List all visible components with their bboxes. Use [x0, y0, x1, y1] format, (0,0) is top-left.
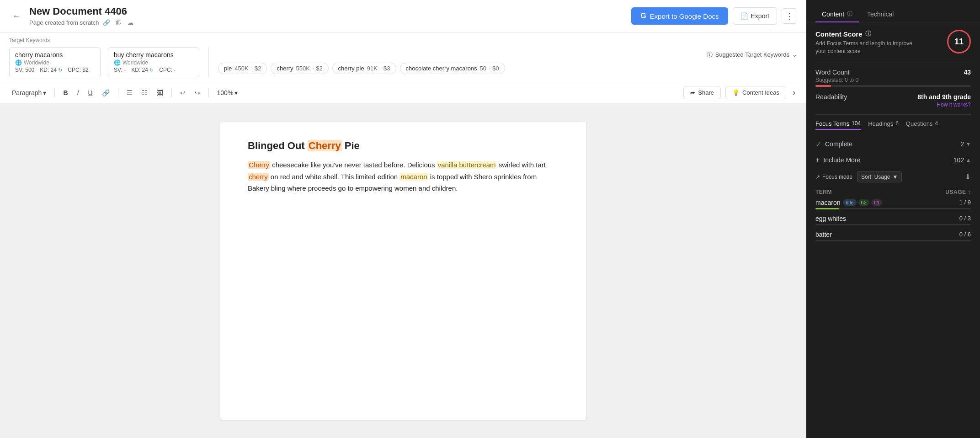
- term-item-macaron: macaron title h2 h1 1 / 9: [815, 199, 971, 209]
- tag-name-0: pie: [224, 65, 232, 72]
- keywords-label: Target Keywords: [9, 37, 797, 43]
- suggested-tag-1[interactable]: cherry 550K · $2: [271, 63, 328, 74]
- focus-tab-headings-label: Headings: [868, 120, 893, 127]
- editor-content[interactable]: Blinged Out Cherry Pie Cherry cheesecake…: [220, 122, 586, 420]
- external-link-icon[interactable]: 🔗: [102, 18, 111, 27]
- globe-icon-0: 🌐: [15, 59, 22, 66]
- export-file-icon: 📄: [740, 12, 748, 20]
- badge-title-macaron: title: [843, 199, 856, 206]
- suggested-tag-2[interactable]: cherry pie 91K · $3: [332, 63, 396, 74]
- complete-section-row[interactable]: ✓ Complete 2 ▼: [815, 136, 971, 152]
- tag-price-2: · $3: [380, 65, 390, 72]
- term-bar-egg-whites: [815, 224, 971, 225]
- undo-button[interactable]: ↩: [177, 87, 188, 98]
- suggested-tag-3[interactable]: chocolate cherry macarons 50 · $0: [400, 63, 505, 74]
- term-row-macaron: macaron title h2 h1 1 / 9: [815, 199, 971, 206]
- keywords-divider: [208, 47, 209, 77]
- tab-technical[interactable]: Technical: [861, 7, 900, 22]
- term-usage-batter: 0 / 6: [959, 231, 971, 238]
- zoom-label: 100%: [217, 89, 234, 96]
- suggested-header[interactable]: ⓘ Suggested Target Keywords ⌄: [218, 51, 797, 59]
- export-button[interactable]: 📄 Export: [733, 7, 777, 25]
- image-button[interactable]: 🖼: [154, 87, 166, 98]
- focus-tab-questions[interactable]: Questions 4: [906, 120, 938, 130]
- link-button[interactable]: 🔗: [99, 87, 112, 98]
- term-bar-macaron: [815, 208, 971, 209]
- include-more-count: 102 ▲: [953, 156, 971, 164]
- paragraph-label: Paragraph: [12, 89, 42, 96]
- focus-tab-terms[interactable]: Focus Terms 104: [815, 120, 861, 130]
- tag-price-3: · $0: [489, 65, 499, 72]
- suggested-tag-0[interactable]: pie 450K · $2: [218, 63, 267, 74]
- toolbar-right: ➦ Share 💡 Content Ideas ›: [683, 86, 797, 99]
- export-label: Export: [751, 12, 769, 20]
- bold-button[interactable]: B: [60, 87, 70, 98]
- underline-button[interactable]: U: [85, 87, 95, 98]
- keyword-sv-1: SV: -: [114, 67, 126, 73]
- google-icon: G: [640, 12, 646, 20]
- panel-tabs: Content ⓘ Technical: [806, 0, 980, 22]
- term-name-egg-whites: egg whites: [815, 215, 846, 222]
- score-left: Content Score ⓘ Add Focus Terms and leng…: [815, 30, 916, 55]
- content-ideas-button[interactable]: 💡 Content Ideas: [725, 86, 786, 99]
- sort-select[interactable]: Sort: Usage ▼: [857, 171, 902, 182]
- cherry-highlight-2: cherry: [248, 173, 269, 181]
- toolbar-separator-1: [54, 88, 55, 97]
- term-name-badges-macaron: macaron title h2 h1: [815, 199, 882, 206]
- toolbar-separator-2: [118, 88, 118, 97]
- word-count-progress: [815, 85, 971, 87]
- toolbar-separator-4: [208, 88, 209, 97]
- chevron-right-button[interactable]: ›: [791, 86, 797, 99]
- include-more-chevron-icon: ▲: [966, 157, 971, 163]
- focus-tab-terms-label: Focus Terms: [815, 120, 849, 127]
- score-info-icon: ⓘ: [865, 30, 871, 38]
- unordered-list-button[interactable]: ☷: [139, 87, 150, 98]
- paragraph-selector[interactable]: Paragraph ▾: [9, 87, 49, 98]
- include-more-section-row[interactable]: + Include More 102 ▲: [815, 152, 971, 168]
- complete-section-label: ✓ Complete: [815, 140, 852, 149]
- header-left: ← New Document 4406 Page created from sc…: [9, 5, 134, 27]
- more-options-button[interactable]: ⋮: [782, 8, 797, 24]
- redo-button[interactable]: ↪: [192, 87, 203, 98]
- divider-2: [815, 114, 971, 115]
- check-icon: ✓: [815, 140, 821, 149]
- readability-value: 8th and 9th grade: [917, 93, 971, 101]
- keyword-name-0: cherry macarons: [15, 51, 95, 59]
- globe-icon-1: 🌐: [114, 59, 121, 66]
- zoom-selector[interactable]: 100% ▾: [214, 87, 241, 98]
- keyword-card-0: cherry macarons 🌐 Worldwide SV: 500 KD: …: [9, 47, 101, 77]
- suggested-tags: pie 450K · $2 cherry 550K · $2 cherry pi…: [218, 63, 797, 74]
- editor-area: Blinged Out Cherry Pie Cherry cheesecake…: [0, 103, 806, 438]
- suggested-label: Suggested Target Keywords: [715, 51, 789, 58]
- focus-tab-headings[interactable]: Headings 6: [868, 120, 899, 130]
- doc-subtitle-icons: 🔗 🗐 ☁: [102, 18, 134, 27]
- download-button[interactable]: ⇓: [965, 172, 971, 181]
- cherry-highlight-1: Cherry: [248, 161, 270, 169]
- copy-icon[interactable]: 🗐: [114, 18, 122, 27]
- export-google-label: Export to Google Docs: [650, 12, 719, 20]
- share-label: Share: [698, 89, 714, 96]
- cloud-icon[interactable]: ☁: [126, 18, 134, 27]
- word-count-fill: [815, 85, 831, 87]
- tag-name-3: chocolate cherry macarons: [406, 65, 477, 72]
- italic-button[interactable]: I: [75, 87, 82, 98]
- back-button[interactable]: ←: [9, 9, 24, 23]
- keyword-region-0: 🌐 Worldwide: [15, 59, 95, 66]
- content-ideas-label: Content Ideas: [742, 89, 779, 96]
- right-panel: Content ⓘ Technical Content Score ⓘ Add …: [806, 0, 980, 438]
- expand-icon: ↗: [815, 174, 820, 180]
- keyword-cpc-1: CPC: -: [159, 67, 176, 73]
- score-title: Content Score ⓘ: [815, 30, 916, 38]
- header: ← New Document 4406 Page created from sc…: [0, 0, 806, 32]
- term-bar-fill-macaron: [815, 208, 839, 209]
- share-button[interactable]: ➦ Share: [683, 86, 721, 99]
- export-google-button[interactable]: G Export to Google Docs: [631, 7, 728, 25]
- badge-h2-macaron: h2: [858, 199, 869, 206]
- terms-table-header: TERM USAGE ↕: [815, 189, 971, 195]
- focus-mode-label: Focus mode: [822, 174, 852, 180]
- vanilla-highlight: vanilla buttercream: [437, 161, 497, 169]
- focus-mode-button[interactable]: ↗ Focus mode: [815, 174, 852, 180]
- tab-content[interactable]: Content ⓘ: [815, 6, 859, 22]
- readability-how[interactable]: How it works?: [937, 101, 971, 108]
- ordered-list-button[interactable]: ☰: [124, 87, 135, 98]
